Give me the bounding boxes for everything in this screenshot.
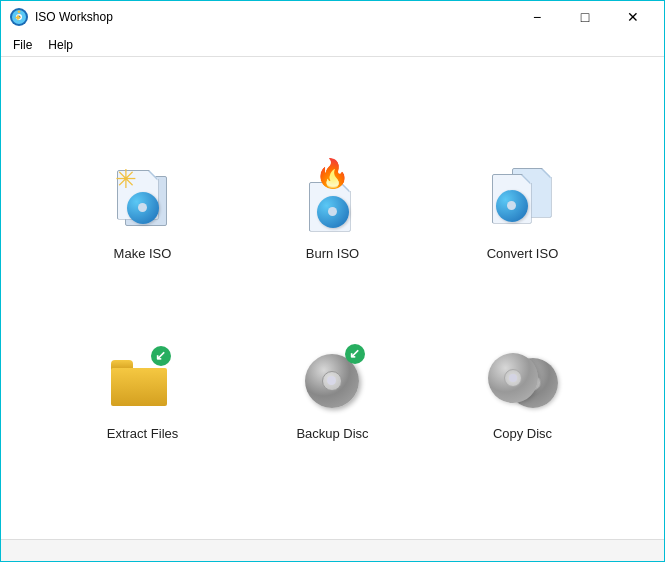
extract-arrow-badge: ↙ bbox=[151, 346, 171, 366]
burn-iso-icon-area: 🔥 bbox=[293, 156, 373, 236]
sparkle-icon: ✳ bbox=[115, 166, 137, 192]
convert-iso-label: Convert ISO bbox=[487, 246, 559, 261]
backup-disc-label: Backup Disc bbox=[296, 426, 368, 441]
make-iso-disc bbox=[127, 192, 159, 224]
extract-files-icon-area: ↙ bbox=[103, 336, 183, 416]
copy-disc-item[interactable]: Copy Disc bbox=[443, 308, 603, 468]
copy-disc-label: Copy Disc bbox=[493, 426, 552, 441]
svg-text:✦: ✦ bbox=[14, 13, 22, 23]
status-bar bbox=[1, 539, 664, 561]
convert-iso-icon-area bbox=[483, 156, 563, 236]
minimize-button[interactable]: − bbox=[514, 1, 560, 33]
menu-file[interactable]: File bbox=[5, 36, 40, 54]
extract-files-label: Extract Files bbox=[107, 426, 179, 441]
folder-body bbox=[111, 368, 167, 406]
flame-icon: 🔥 bbox=[315, 160, 350, 188]
main-window: ✦ ISO Workshop − □ ✕ File Help ✳ bbox=[0, 0, 665, 562]
backup-disc-item[interactable]: ↙ Backup Disc bbox=[253, 308, 413, 468]
burn-disc bbox=[317, 196, 349, 228]
copy-disc-front bbox=[488, 353, 538, 403]
window-title: ISO Workshop bbox=[35, 10, 514, 24]
menu-bar: File Help bbox=[1, 33, 664, 57]
title-bar-controls: − □ ✕ bbox=[514, 1, 656, 33]
title-bar: ✦ ISO Workshop − □ ✕ bbox=[1, 1, 664, 33]
convert-iso-item[interactable]: Convert ISO bbox=[443, 128, 603, 288]
make-iso-icon-area: ✳ bbox=[103, 156, 183, 236]
burn-iso-item[interactable]: 🔥 bbox=[253, 128, 413, 288]
main-content: ✳ Make ISO bbox=[1, 57, 664, 539]
make-iso-item[interactable]: ✳ Make ISO bbox=[63, 128, 223, 288]
app-icon: ✦ bbox=[9, 7, 29, 27]
backup-arrow-badge: ↙ bbox=[345, 344, 365, 364]
menu-help[interactable]: Help bbox=[40, 36, 81, 54]
maximize-button[interactable]: □ bbox=[562, 1, 608, 33]
copy-disc-icon-area bbox=[483, 336, 563, 416]
close-button[interactable]: ✕ bbox=[610, 1, 656, 33]
backup-arrow-icon: ↙ bbox=[349, 347, 360, 360]
extract-arrow-icon: ↙ bbox=[155, 349, 166, 362]
convert-disc bbox=[496, 190, 528, 222]
extract-files-item[interactable]: ↙ Extract Files bbox=[63, 308, 223, 468]
burn-iso-label: Burn ISO bbox=[306, 246, 359, 261]
backup-disc-icon-area: ↙ bbox=[293, 336, 373, 416]
make-iso-label: Make ISO bbox=[114, 246, 172, 261]
feature-grid: ✳ Make ISO bbox=[63, 128, 603, 468]
